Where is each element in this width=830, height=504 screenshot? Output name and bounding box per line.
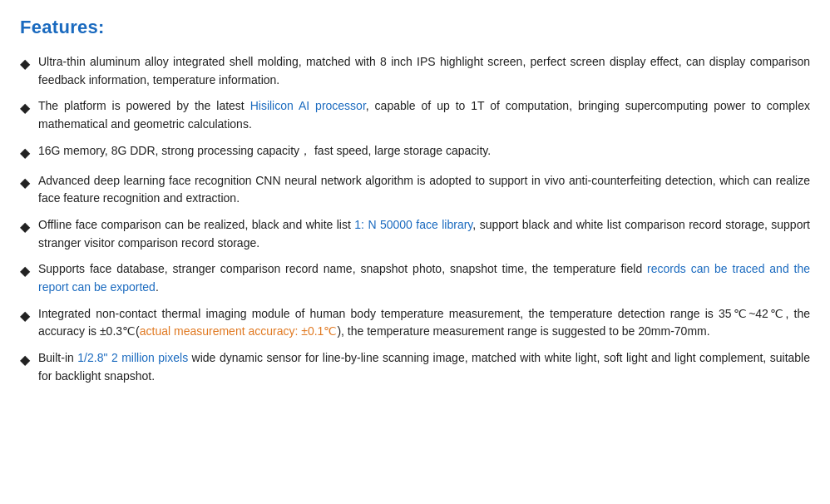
list-item: ◆Ultra-thin aluminum alloy integrated sh…: [20, 53, 810, 89]
list-item: ◆Integrated non-contact thermal imaging …: [20, 305, 810, 341]
item-text: Integrated non-contact thermal imaging m…: [38, 305, 810, 341]
bullet-icon: ◆: [20, 217, 30, 238]
item-text: Advanced deep learning face recognition …: [38, 172, 810, 208]
list-item: ◆16G memory, 8G DDR, strong processing c…: [20, 142, 810, 164]
item-text: The platform is powered by the latest Hi…: [38, 97, 810, 133]
highlight-blue-text: 1/2.8" 2 million pixels: [77, 351, 188, 364]
highlight-blue-text: 1: N 50000 face library: [354, 218, 472, 231]
bullet-icon: ◆: [20, 173, 30, 194]
bullet-icon: ◆: [20, 306, 30, 327]
highlight-blue-text: Hisilicon AI processor: [250, 99, 366, 112]
bullet-icon: ◆: [20, 261, 30, 282]
list-item: ◆Offline face comparison can be realized…: [20, 216, 810, 252]
bullet-icon: ◆: [20, 143, 30, 164]
item-text: Ultra-thin aluminum alloy integrated she…: [38, 53, 810, 89]
list-item: ◆The platform is powered by the latest H…: [20, 97, 810, 133]
features-list: ◆Ultra-thin aluminum alloy integrated sh…: [20, 53, 810, 385]
item-text: Supports face database, stranger compari…: [38, 260, 810, 296]
bullet-icon: ◆: [20, 98, 30, 119]
bullet-icon: ◆: [20, 350, 30, 371]
page-title: Features:: [20, 17, 810, 38]
item-text: Offline face comparison can be realized,…: [38, 216, 810, 252]
bullet-icon: ◆: [20, 54, 30, 75]
highlight-orange-text: actual measurement accuracy: ±0.1℃: [140, 324, 338, 338]
list-item: ◆Built-in 1/2.8" 2 million pixels wide d…: [20, 349, 810, 385]
highlight-blue-text: records can be traced and the report can…: [38, 262, 810, 294]
item-text: Built-in 1/2.8" 2 million pixels wide dy…: [38, 349, 810, 385]
list-item: ◆Advanced deep learning face recognition…: [20, 172, 810, 208]
item-text: 16G memory, 8G DDR, strong processing ca…: [38, 142, 810, 161]
list-item: ◆Supports face database, stranger compar…: [20, 260, 810, 296]
